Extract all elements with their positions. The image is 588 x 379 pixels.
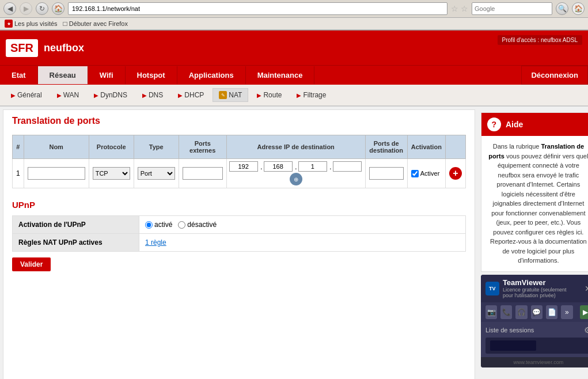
sub-tab-dhcp[interactable]: ▶ DHCP — [172, 88, 210, 102]
tv-body: Liste de sessions ⚙ — [481, 322, 588, 357]
tv-expand-button[interactable]: ▶ — [580, 305, 588, 319]
ip-octet-2[interactable] — [264, 161, 293, 172]
radio-inactive[interactable]: désactivé — [178, 221, 217, 229]
nav-tab-reseau[interactable]: Réseau — [38, 66, 88, 84]
disconnect-button[interactable]: Déconnexion — [521, 66, 588, 85]
sub-tab-dns[interactable]: ▶ DNS — [136, 88, 169, 102]
radio-inactive-label: désactivé — [187, 221, 217, 229]
nav-tab-etat[interactable]: Etat — [0, 66, 38, 84]
sub-tab-label-wan: WAN — [63, 91, 79, 99]
sub-tab-nat[interactable]: ✎ NAT — [213, 88, 248, 102]
sub-tab-label-dhcp: DHCP — [184, 91, 204, 99]
radio-inactive-input[interactable] — [178, 221, 185, 229]
valider-button[interactable]: Valider — [12, 257, 51, 271]
upnp-radio-group: activé désactivé — [145, 221, 460, 229]
sub-tab-wan[interactable]: ▶ WAN — [51, 88, 86, 102]
col-header-ip-dest: Adresse IP de destination — [226, 135, 365, 159]
upnp-rules-link[interactable]: 1 règle — [145, 238, 166, 247]
tv-phone-button[interactable]: 📞 — [500, 305, 512, 319]
bookmark-visites[interactable]: ★ Les plus visités — [5, 20, 58, 28]
tv-camera-button[interactable]: 📷 — [485, 305, 497, 319]
search-button[interactable]: 🔍 — [556, 2, 568, 15]
help-title: Aide — [506, 120, 523, 129]
main-nav: Etat Réseau Wifi Hotspot Applications Ma… — [0, 65, 588, 85]
activation-checkbox[interactable] — [411, 170, 419, 177]
forward-button[interactable]: ▶ — [20, 2, 32, 15]
help-content: Dans la rubrique Translation de ports vo… — [481, 136, 588, 271]
upnp-section: UPnP Activation de l'UPnP activé — [12, 200, 466, 271]
reload-button[interactable]: ↻ — [36, 2, 48, 15]
tv-file-button[interactable]: 📄 — [546, 305, 557, 319]
nat-icon: ✎ — [219, 91, 227, 99]
sub-tab-route[interactable]: ▶ Route — [251, 88, 288, 102]
row-ip-dest-cell: . . . ⊕ — [226, 159, 365, 188]
main-content: Translation de ports # Nom Protocole Typ… — [3, 109, 475, 379]
help-box: ? Aide Dans la rubrique Translation de p… — [481, 112, 588, 272]
arrow-icon-filtrage: ▶ — [297, 92, 301, 98]
ip-book-button[interactable]: ⊕ — [290, 173, 302, 185]
ip-row-1: . . . — [229, 161, 363, 172]
tv-subtitle-1: Licence gratuite (seulement — [503, 287, 567, 293]
tv-headset-button[interactable]: 🎧 — [515, 305, 527, 319]
bookmark-label-visites: Les plus visités — [14, 20, 58, 27]
ip-octet-1[interactable] — [229, 161, 258, 172]
type-select[interactable]: Port Plage — [138, 167, 175, 180]
sub-tab-label-filtrage: Filtrage — [303, 91, 326, 99]
col-header-protocole: Protocole — [89, 135, 134, 159]
sfr-profile: Profil d'accès : neufbox ADSL — [498, 35, 582, 45]
col-header-action — [445, 135, 465, 159]
radio-active[interactable]: activé — [145, 221, 172, 229]
section-title: Translation de ports — [12, 116, 466, 126]
arrow-icon-dns: ▶ — [142, 92, 147, 98]
sidebar: ? Aide Dans la rubrique Translation de p… — [478, 109, 588, 379]
upnp-rules-row: Règles NAT UPnP actives 1 règle — [13, 234, 466, 252]
upnp-rules-label: Règles NAT UPnP actives — [13, 234, 139, 252]
bookmarks-bar: ★ Les plus visités □ Débuter avec Firefo… — [0, 18, 588, 30]
col-header-ports-dest: Ports de destination — [365, 135, 407, 159]
row-activation-cell: Activer — [407, 159, 445, 188]
ip-dot-3: . — [328, 162, 333, 171]
back-button[interactable]: ◀ — [3, 2, 16, 15]
help-header: ? Aide — [481, 113, 588, 136]
sub-tab-dyndns[interactable]: ▶ DynDNS — [88, 88, 134, 102]
nom-input[interactable] — [28, 167, 85, 180]
sub-tab-label-dyndns: DynDNS — [100, 91, 127, 99]
tv-session-label: Liste de sessions — [485, 327, 534, 333]
google-search[interactable] — [472, 2, 552, 15]
bookmark-firefox[interactable]: □ Débuter avec Firefox — [63, 20, 128, 28]
nav-tab-applications[interactable]: Applications — [177, 66, 246, 84]
tv-chat-button[interactable]: 💬 — [531, 305, 543, 319]
ports-ext-input[interactable] — [183, 167, 223, 180]
sfr-brand: neufbox — [44, 42, 84, 54]
sub-tab-label-route: Route — [263, 91, 282, 99]
upnp-rules-value: 1 règle — [139, 234, 466, 252]
activation-label: Activer — [411, 170, 442, 177]
sub-tab-label-nat: NAT — [229, 91, 242, 99]
ip-octet-3[interactable] — [298, 161, 327, 172]
sfr-logo: SFR — [6, 39, 38, 57]
sub-tab-filtrage[interactable]: ▶ Filtrage — [290, 88, 332, 102]
nav-tab-hotspot[interactable]: Hotspot — [126, 66, 177, 84]
nav-tab-wifi[interactable]: Wifi — [88, 66, 126, 84]
bookmark-star[interactable]: ☆ ☆ — [451, 4, 468, 13]
col-header-activation: Activation — [407, 135, 445, 159]
home-button[interactable]: 🏠 — [52, 2, 65, 15]
tv-more-button[interactable]: » — [561, 305, 572, 319]
tv-session-item — [485, 338, 588, 354]
radio-active-input[interactable] — [145, 221, 153, 229]
address-bar[interactable] — [68, 2, 447, 15]
sub-tab-general[interactable]: ▶ Général — [5, 88, 48, 102]
arrow-icon-dyndns: ▶ — [94, 92, 98, 98]
nav-tab-maintenance[interactable]: Maintenance — [246, 66, 315, 84]
tv-title: TeamViewer — [503, 278, 567, 287]
upnp-table: Activation de l'UPnP activé désactivé — [12, 215, 466, 252]
home-page-button[interactable]: 🏠 — [572, 2, 585, 15]
sfr-header: SFR neufbox Profil d'accès : neufbox ADS… — [0, 31, 588, 65]
protocole-select[interactable]: TCP UDP TCP/UDP — [93, 167, 130, 180]
ports-dest-input[interactable] — [369, 167, 404, 180]
tv-settings-icon[interactable]: ⚙ — [584, 325, 588, 335]
tv-close-button[interactable]: ✕ — [585, 284, 588, 293]
add-row-button[interactable]: + — [449, 167, 462, 180]
ip-octet-4[interactable] — [333, 161, 362, 172]
row-add-cell: + — [445, 159, 465, 188]
